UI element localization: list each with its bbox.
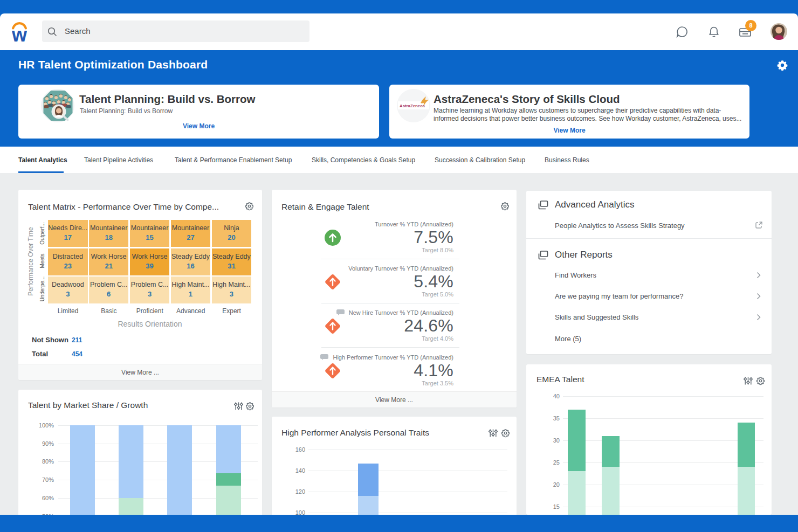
svg-text:w: w [12,24,27,44]
svg-text:AstraZeneca: AstraZeneca [400,103,425,108]
